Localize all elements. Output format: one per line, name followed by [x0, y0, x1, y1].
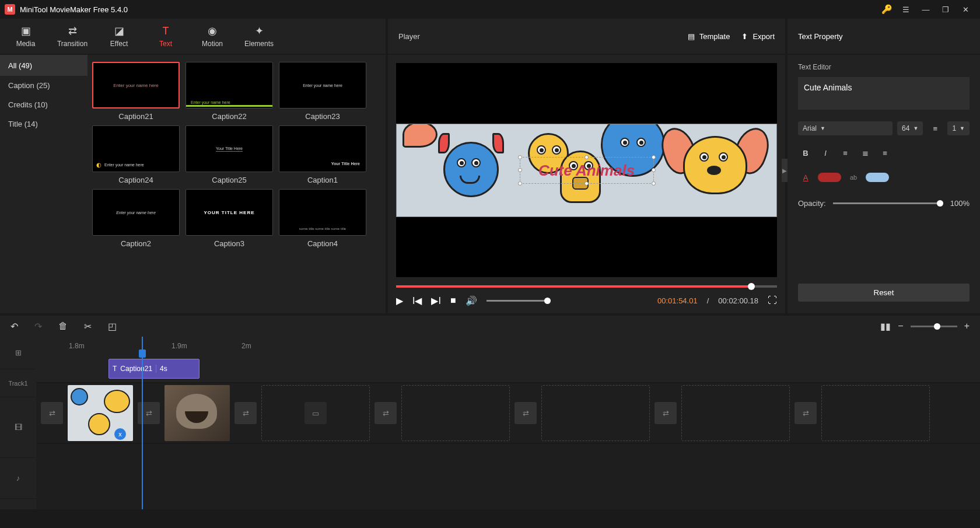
redo-button[interactable]: ↷	[34, 321, 42, 332]
align-left-button[interactable]: ≡	[838, 145, 853, 160]
template-caption21[interactable]: Enter your name here	[92, 62, 180, 109]
tab-elements-label: Elements	[244, 40, 274, 48]
text-color-swatch[interactable]	[818, 173, 841, 182]
tab-motion-label: Motion	[202, 40, 223, 48]
reset-button[interactable]: Reset	[798, 284, 970, 302]
volume-icon[interactable]: 🔊	[466, 295, 477, 306]
thumb-preview-text: Enter your name here	[116, 211, 156, 215]
thumb-preview-text: Enter your name here	[303, 83, 342, 88]
export-icon: ⬆	[741, 32, 748, 41]
audio-track[interactable]	[36, 444, 980, 485]
transition-slot[interactable]: ⇄	[514, 402, 537, 424]
time-separator: /	[707, 296, 709, 305]
transition-slot[interactable]: ⇄	[374, 402, 397, 424]
elements-icon: ✦	[255, 25, 264, 37]
template-caption3[interactable]: YOUR TITLE HERE	[186, 189, 273, 236]
empty-clip-slot[interactable]: ▭	[261, 385, 370, 441]
video-preview[interactable]: Cute Animals	[396, 63, 777, 277]
italic-button[interactable]: I	[818, 145, 833, 160]
undo-button[interactable]: ↶	[10, 321, 18, 332]
delete-button[interactable]: 🗑	[58, 321, 68, 331]
transition-slot[interactable]: ⇄	[235, 402, 257, 424]
progress-bar[interactable]	[396, 285, 777, 288]
empty-clip-slot[interactable]	[401, 385, 510, 441]
collapse-handle[interactable]: ▶	[782, 159, 788, 182]
play-button[interactable]: ▶	[396, 295, 403, 306]
template-icon: ▤	[688, 32, 695, 41]
template-caption25[interactable]: Your Title Here	[186, 125, 273, 172]
tab-motion[interactable]: ◉Motion	[189, 19, 236, 54]
highlight-icon[interactable]: ab	[846, 170, 861, 185]
next-frame-button[interactable]: ▶I	[431, 295, 440, 306]
video-clip-2[interactable]	[164, 385, 230, 441]
crop-button[interactable]: ◰	[108, 321, 117, 332]
template-caption4[interactable]: some title some title some title	[279, 189, 366, 236]
zoom-slider[interactable]	[911, 326, 957, 327]
minimize-button[interactable]: —	[916, 1, 936, 18]
tab-effect[interactable]: ◪Effect	[96, 19, 142, 54]
progress-knob[interactable]	[748, 283, 755, 290]
transition-slot[interactable]: ⇄	[654, 402, 677, 424]
font-family-select[interactable]: Arial▼	[798, 121, 892, 135]
opacity-label: Opacity:	[798, 199, 826, 208]
video-track[interactable]: ⇄ x ⇄ ⇄ ▭ ⇄ ⇄ ⇄	[36, 383, 980, 444]
empty-clip-slot[interactable]	[821, 385, 930, 441]
tab-text[interactable]: TText	[142, 19, 189, 54]
key-icon[interactable]: 🔑	[881, 4, 892, 15]
stop-button[interactable]: ■	[450, 295, 456, 306]
text-clip[interactable]: T Caption21 4s	[108, 359, 200, 379]
category-title[interactable]: Title (14)	[0, 114, 88, 134]
empty-clip-slot[interactable]	[681, 385, 790, 441]
category-all[interactable]: All (49)	[0, 55, 88, 76]
overlay-text[interactable]: Cute Animals	[538, 161, 635, 179]
menu-icon[interactable]: ☰	[896, 1, 916, 18]
playhead[interactable]	[142, 337, 143, 509]
template-caption1[interactable]: Your Title Here	[279, 125, 366, 172]
line-spacing-icon[interactable]: ≡	[928, 121, 943, 136]
tab-transition[interactable]: ⇄Transition	[49, 19, 96, 54]
font-size-select[interactable]: 64▼	[897, 121, 923, 135]
fullscreen-button[interactable]: ⛶	[768, 295, 777, 306]
bold-button[interactable]: B	[798, 145, 813, 160]
line-height-select[interactable]: 1▼	[947, 121, 970, 135]
add-track-button[interactable]: ⊞	[0, 337, 36, 369]
tab-media[interactable]: ▣Media	[2, 19, 49, 54]
property-header: Text Property	[788, 19, 980, 55]
transition-slot[interactable]: ⇄	[41, 402, 63, 424]
player-label: Player	[398, 32, 676, 41]
ruler-mark: 1.8m	[69, 342, 85, 350]
text-color-icon[interactable]: A	[798, 170, 813, 185]
volume-slider[interactable]	[487, 300, 551, 302]
split-button[interactable]: ✂	[84, 321, 92, 332]
zoom-out-button[interactable]: −	[898, 321, 903, 331]
empty-clip-slot[interactable]	[541, 385, 650, 441]
text-clip-name: Caption21	[120, 365, 152, 373]
tab-elements[interactable]: ✦Elements	[236, 19, 282, 54]
category-credits[interactable]: Credits (10)	[0, 95, 88, 114]
template-caption2[interactable]: Enter your name here	[92, 189, 180, 236]
snap-icon[interactable]: ▮▮	[880, 321, 891, 332]
thumb-label: Caption1	[279, 176, 366, 184]
transition-slot[interactable]: ⇄	[794, 402, 817, 424]
transition-slot[interactable]: ⇄	[138, 402, 160, 424]
export-button[interactable]: ⬆Export	[741, 32, 775, 41]
highlight-color-swatch[interactable]	[866, 173, 889, 182]
template-caption23[interactable]: Enter your name here	[279, 62, 366, 109]
category-caption[interactable]: Caption (25)	[0, 76, 88, 95]
align-center-button[interactable]: ≣	[858, 145, 873, 160]
timeline-ruler[interactable]: 1.8m 1.9m 2m	[36, 337, 980, 355]
align-right-button[interactable]: ≡	[877, 145, 892, 160]
template-grid: ⧉ Download YouTube Videos Enter your nam…	[88, 55, 386, 313]
maximize-button[interactable]: ❐	[936, 1, 956, 18]
tab-effect-label: Effect	[110, 40, 128, 48]
template-caption24[interactable]: Enter your name here◐	[92, 125, 180, 172]
template-caption22[interactable]: Enter your name here	[186, 62, 273, 109]
text-content-input[interactable]	[798, 77, 970, 110]
video-clip-1[interactable]: x	[68, 385, 133, 441]
prev-frame-button[interactable]: I◀	[412, 295, 422, 306]
close-button[interactable]: ✕	[956, 1, 975, 18]
template-button[interactable]: ▤Template	[688, 32, 730, 41]
text-track[interactable]: T Caption21 4s	[36, 355, 980, 383]
opacity-slider[interactable]	[833, 202, 943, 204]
zoom-in-button[interactable]: +	[964, 321, 970, 331]
